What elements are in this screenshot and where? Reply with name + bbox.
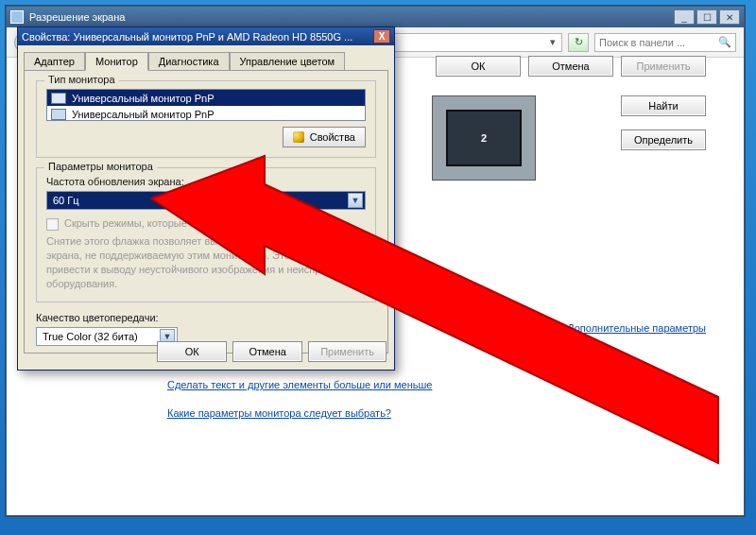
- monitor-name: Универсальный монитор PnP: [72, 93, 215, 104]
- tab-color-management[interactable]: Управление цветом: [230, 52, 346, 71]
- monitor-list-item[interactable]: Универсальный монитор PnP: [47, 90, 365, 106]
- make-text-bigger-link[interactable]: Сделать текст и другие элементы больше и…: [167, 379, 432, 390]
- cancel-button[interactable]: Отмена: [528, 56, 613, 77]
- group-monitor-type: Тип монитора Универсальный монитор PnP У…: [36, 80, 376, 158]
- find-button[interactable]: Найти: [621, 95, 706, 116]
- monitor-icon: [51, 109, 66, 120]
- dialog-close-button[interactable]: X: [373, 29, 390, 43]
- maximize-button[interactable]: ☐: [696, 9, 717, 25]
- refresh-button[interactable]: ↻: [568, 33, 589, 52]
- dialog-titlebar[interactable]: Свойства: Универсальный монитор PnP и AM…: [18, 27, 394, 45]
- dialog-tabs: Адаптер Монитор Диагностика Управление ц…: [18, 45, 394, 70]
- which-settings-link[interactable]: Какие параметры монитора следует выбрать…: [167, 407, 391, 419]
- refresh-rate-dropdown[interactable]: 60 Гц ▼: [46, 191, 366, 210]
- monitor-list[interactable]: Универсальный монитор PnP Универсальный …: [46, 89, 366, 121]
- monitor-icon: [51, 93, 66, 104]
- chevron-down-icon[interactable]: ▼: [348, 193, 363, 208]
- apply-label: Применить: [320, 346, 374, 357]
- chevron-down-icon[interactable]: ▾: [550, 36, 556, 48]
- group-legend: Тип монитора: [44, 74, 119, 85]
- display-2-thumbnail[interactable]: 2: [446, 110, 522, 166]
- advanced-settings-link-wrap: Дополнительные параметры: [567, 322, 706, 334]
- rear-footer-buttons: ОК Отмена Применить: [436, 56, 706, 77]
- refresh-rate-value: 60 Гц: [53, 195, 79, 206]
- group-monitor-settings: Параметры монитора Частота обновления эк…: [36, 167, 376, 302]
- cancel-label: Отмена: [249, 346, 285, 357]
- tab-label: Управление цветом: [240, 56, 335, 67]
- tab-adapter[interactable]: Адаптер: [24, 52, 85, 71]
- dialog-cancel-button[interactable]: Отмена: [232, 341, 302, 362]
- hide-modes-help-text: Снятие этого флажка позволяет выбрать ре…: [46, 234, 366, 290]
- display-number: 2: [481, 132, 487, 144]
- properties-button[interactable]: Свойства: [283, 127, 366, 147]
- monitor-properties-dialog: Свойства: Универсальный монитор PnP и AM…: [17, 26, 395, 371]
- search-input[interactable]: Поиск в панели ... 🔍: [594, 33, 736, 52]
- rear-titlebar[interactable]: Разрешение экрана _ ☐ ✕: [7, 7, 744, 27]
- minimize-button[interactable]: _: [674, 9, 695, 25]
- hide-modes-checkbox[interactable]: [46, 218, 59, 231]
- dialog-title: Свойства: Универсальный монитор PnP и AM…: [22, 31, 352, 43]
- ok-button[interactable]: ОК: [436, 56, 521, 77]
- close-button[interactable]: ✕: [719, 9, 740, 25]
- group-legend: Параметры монитора: [44, 161, 157, 172]
- rear-window-title: Разрешение экрана: [29, 11, 125, 23]
- refresh-rate-label: Частота обновления экрана:: [46, 176, 366, 187]
- tab-label: Монитор: [95, 56, 138, 67]
- properties-button-label: Свойства: [310, 131, 355, 143]
- ok-label: ОК: [185, 346, 199, 357]
- tab-monitor[interactable]: Монитор: [85, 52, 148, 71]
- tab-label: Адаптер: [34, 56, 75, 67]
- apply-button[interactable]: Применить: [621, 56, 706, 77]
- tab-label: Диагностика: [159, 56, 219, 67]
- monitor-list-item[interactable]: Универсальный монитор PnP: [47, 106, 365, 121]
- detect-button-label: Определить: [634, 134, 693, 146]
- search-icon: 🔍: [718, 36, 731, 48]
- detect-button[interactable]: Определить: [621, 129, 706, 150]
- display-icon: [10, 10, 24, 24]
- find-button-label: Найти: [648, 100, 678, 112]
- search-placeholder: Поиск в панели ...: [599, 37, 685, 48]
- apply-label: Применить: [637, 60, 691, 72]
- display-preview-area[interactable]: 2: [432, 95, 536, 181]
- dialog-ok-button[interactable]: ОК: [157, 341, 227, 362]
- uac-shield-icon: [293, 131, 304, 143]
- hide-modes-checkbox-label: Скрыть режимы, которые монитор не может …: [64, 217, 346, 229]
- ok-label: ОК: [472, 60, 486, 72]
- tab-diagnostics[interactable]: Диагностика: [148, 52, 230, 71]
- cancel-label: Отмена: [552, 60, 589, 72]
- advanced-settings-link[interactable]: Дополнительные параметры: [567, 322, 706, 334]
- tab-panel-monitor: Тип монитора Универсальный монитор PnP У…: [24, 70, 388, 354]
- color-quality-label: Качество цветопередачи:: [36, 312, 376, 323]
- dialog-footer-buttons: ОК Отмена Применить: [157, 341, 387, 362]
- monitor-name: Универсальный монитор PnP: [72, 109, 215, 120]
- color-quality-value: True Color (32 бита): [43, 331, 138, 342]
- dialog-apply-button[interactable]: Применить: [308, 341, 387, 362]
